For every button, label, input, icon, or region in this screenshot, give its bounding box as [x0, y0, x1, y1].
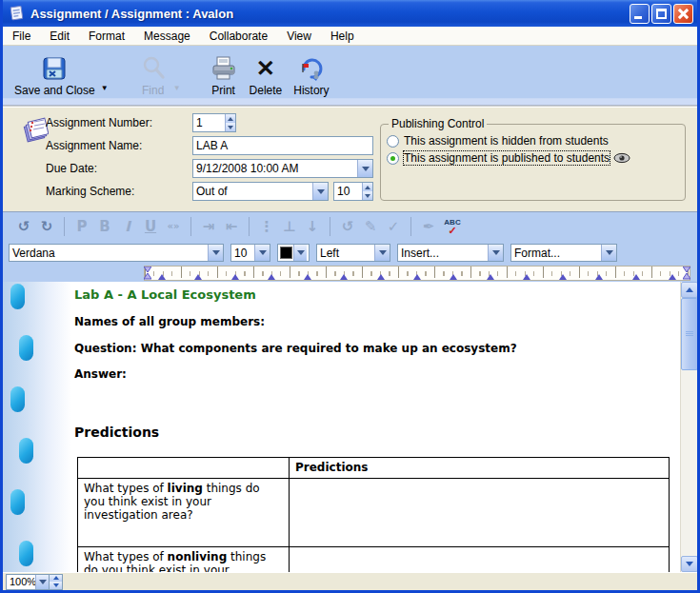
- save-options-caret-icon[interactable]: ▼: [101, 84, 109, 92]
- alignment-dropdown-icon[interactable]: [374, 245, 390, 261]
- tab-stops: [145, 274, 690, 280]
- menu-format[interactable]: Format: [79, 28, 134, 45]
- question-cell: What types of nonliving things do you th…: [78, 547, 290, 573]
- answer-cell[interactable]: [290, 547, 670, 573]
- document-area: Lab A - A Local Ecosystem Names of all g…: [3, 282, 697, 572]
- assignment-name-input[interactable]: [193, 137, 372, 154]
- print-label: Print: [211, 84, 235, 97]
- indent-increase-icon: ⇥: [197, 218, 220, 235]
- ruler[interactable]: [144, 266, 690, 281]
- radio-hidden-icon[interactable]: [387, 135, 399, 148]
- assignment-number-input[interactable]: [193, 114, 225, 131]
- due-date-value: 9/12/2008 10:00 AM: [193, 160, 357, 177]
- application-window: Assignment / Assignment : Avalon File Ed…: [0, 0, 700, 593]
- history-icon: [297, 53, 326, 83]
- marking-scheme-dropdown-icon[interactable]: [312, 183, 328, 200]
- zoom-combobox[interactable]: 100%: [6, 574, 50, 590]
- redo-icon[interactable]: ↻: [35, 218, 58, 235]
- font-size-value: 10: [231, 245, 254, 261]
- insert-dropdown-icon[interactable]: [488, 245, 503, 261]
- save-and-close-label: Save and Close: [14, 84, 95, 97]
- scrollbar-thumb[interactable]: [681, 298, 697, 370]
- menu-view[interactable]: View: [277, 28, 321, 45]
- insert-value: Insert...: [398, 245, 488, 261]
- minimize-icon[interactable]: [630, 4, 650, 24]
- document-editor[interactable]: Lab A - A Local Ecosystem Names of all g…: [74, 282, 672, 572]
- titlebar: Assignment / Assignment : Avalon: [3, 0, 697, 27]
- header-empty-cell: [78, 458, 290, 479]
- assignment-number-spinner: [225, 114, 235, 131]
- delete-label: Delete: [250, 84, 283, 97]
- binder-decoration: [3, 282, 71, 572]
- scroll-down-icon[interactable]: [681, 556, 697, 572]
- marking-points-input[interactable]: [334, 183, 362, 200]
- print-button[interactable]: Print: [204, 51, 244, 99]
- marking-scheme-combobox[interactable]: Out of: [192, 182, 329, 201]
- font-size-combobox[interactable]: 10: [230, 244, 270, 262]
- table-header-row: Predictions: [78, 458, 670, 479]
- zoom-dropdown-icon[interactable]: [35, 575, 49, 589]
- answer-line: Answer:: [74, 367, 127, 381]
- toolbar-separator: [249, 217, 250, 236]
- undo-icon[interactable]: ↺: [12, 218, 35, 235]
- font-family-dropdown-icon[interactable]: [208, 245, 223, 261]
- close-icon[interactable]: [673, 4, 693, 24]
- spin-down-icon[interactable]: [363, 191, 372, 200]
- document-title: Lab A - A Local Ecosystem: [74, 287, 256, 302]
- maximize-icon[interactable]: [651, 4, 671, 24]
- zoom-down-icon[interactable]: [50, 582, 62, 589]
- spin-up-icon[interactable]: [226, 114, 235, 123]
- assignment-name-field: [192, 136, 373, 155]
- search-icon: [139, 53, 168, 83]
- bold-icon: B: [93, 218, 116, 235]
- predictions-table: Predictions What types of living things …: [77, 457, 670, 572]
- hidden-option-label: This assignment is hidden from students: [404, 134, 609, 148]
- insert-combobox[interactable]: Insert...: [397, 244, 504, 262]
- delete-button[interactable]: ✕ Delete: [244, 51, 289, 99]
- quotes-icon: «»: [162, 221, 185, 231]
- arrow-down-icon: ↓: [301, 218, 324, 235]
- alignment-combobox[interactable]: Left: [316, 244, 390, 262]
- font-color-dropdown-icon[interactable]: [293, 245, 307, 261]
- save-and-close-button[interactable]: Save and Close: [9, 51, 101, 99]
- due-date-dropdown-icon[interactable]: [357, 160, 372, 177]
- zoom-up-icon[interactable]: [50, 575, 62, 583]
- font-color-picker[interactable]: [277, 244, 310, 262]
- toolbar-separator: [64, 217, 65, 236]
- spin-down-icon[interactable]: [226, 123, 235, 131]
- history-button[interactable]: History: [288, 51, 334, 99]
- format-dropdown-icon[interactable]: [601, 245, 616, 261]
- save-icon: [40, 53, 69, 83]
- radio-published-icon[interactable]: [387, 152, 399, 165]
- delete-x-icon: ✕: [256, 53, 275, 83]
- answer-cell[interactable]: [290, 479, 670, 547]
- baseline-icon: ⊥: [278, 218, 301, 235]
- published-option-label: This assignment is published to students: [404, 151, 610, 165]
- left-indent-marker[interactable]: [144, 267, 151, 280]
- font-size-dropdown-icon[interactable]: [254, 245, 270, 261]
- signature-icon: ✒: [417, 218, 440, 235]
- table-row: What types of living things do you think…: [78, 479, 670, 547]
- published-option-row[interactable]: This assignment is published to students: [387, 151, 681, 165]
- spellcheck-icon[interactable]: ABC ✓: [440, 219, 465, 234]
- assignment-number-field: [192, 113, 236, 132]
- scroll-up-icon[interactable]: [681, 282, 697, 298]
- font-family-combobox[interactable]: Verdana: [9, 244, 224, 262]
- window-title: Assignment / Assignment : Avalon: [30, 7, 630, 21]
- indent-decrease-icon: ⇤: [220, 218, 243, 235]
- menu-collaborate[interactable]: Collaborate: [200, 28, 277, 45]
- format-combobox[interactable]: Format...: [510, 244, 617, 262]
- find-label: Find: [142, 84, 164, 97]
- menu-help[interactable]: Help: [321, 28, 364, 45]
- spin-up-icon[interactable]: [363, 183, 372, 191]
- right-indent-marker[interactable]: [683, 267, 690, 280]
- hidden-option-row[interactable]: This assignment is hidden from students: [387, 134, 681, 148]
- question-cell: What types of living things do you think…: [78, 479, 290, 547]
- menu-edit[interactable]: Edit: [40, 28, 79, 45]
- menu-message[interactable]: Message: [134, 28, 200, 45]
- app-icon: [9, 5, 26, 22]
- ruler-bar: [3, 265, 697, 282]
- vertical-scrollbar[interactable]: [680, 282, 697, 572]
- due-date-combobox[interactable]: 9/12/2008 10:00 AM: [192, 159, 373, 178]
- menu-file[interactable]: File: [3, 28, 40, 45]
